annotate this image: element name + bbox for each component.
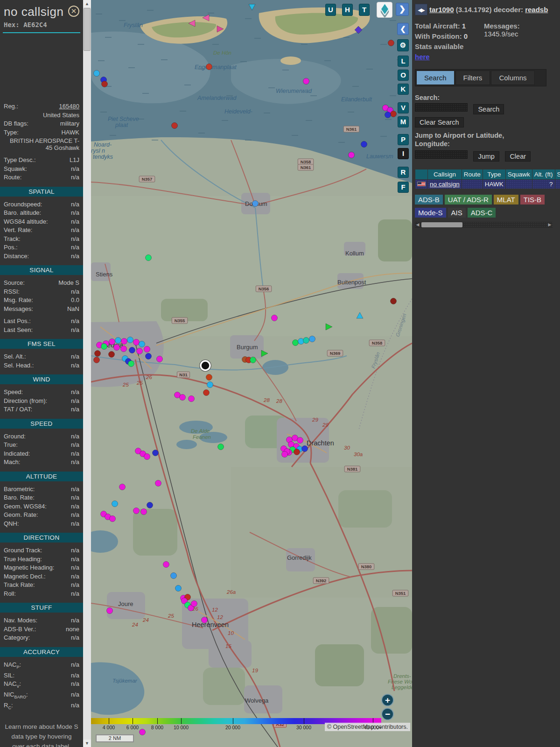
svg-text:De Hôn: De Hôn bbox=[213, 50, 231, 56]
data-row: Type Desc.:L1J bbox=[4, 156, 79, 165]
expand-right-button[interactable]: ❯ bbox=[396, 3, 409, 16]
search-button[interactable]: Search bbox=[473, 104, 504, 114]
data-row: Messages:NaN bbox=[4, 305, 79, 314]
aircraft-dot bbox=[252, 201, 259, 207]
data-value: n/a bbox=[71, 564, 79, 572]
col-header-Type[interactable]: Type bbox=[483, 169, 505, 179]
map-canvas[interactable]: GroningenFryslân FryslânEngelsmanplaatDe… bbox=[91, 0, 412, 747]
aircraft-table: CallsignRouteTypeSquawkAlt. (ft)S no cal… bbox=[415, 169, 560, 189]
svg-text:29: 29 bbox=[312, 417, 318, 423]
cell-4[interactable] bbox=[506, 180, 532, 189]
close-icon[interactable]: ✕ bbox=[68, 6, 79, 17]
jump-input[interactable] bbox=[415, 150, 468, 159]
stats-here-link[interactable]: here bbox=[415, 53, 430, 61]
data-row: Type:HAWK bbox=[4, 128, 79, 137]
filter-chip-uat-ads-r[interactable]: UAT / ADS-R bbox=[445, 195, 492, 204]
settings-gear-button[interactable]: ⚙ bbox=[397, 39, 409, 51]
clear-button[interactable]: Clear bbox=[505, 151, 531, 162]
filter-chip-ais[interactable]: AIS bbox=[448, 208, 466, 218]
clear-search-button[interactable]: Clear Search bbox=[415, 117, 464, 127]
map-button-P[interactable]: P bbox=[398, 134, 409, 145]
filter-chip-tis-b[interactable]: TIS-B bbox=[520, 195, 545, 204]
filter-chip-mode-s[interactable]: Mode-S bbox=[415, 208, 446, 218]
svg-text:N356: N356 bbox=[259, 286, 269, 291]
zoom-out-button[interactable]: − bbox=[381, 708, 394, 720]
tab-search[interactable]: Search bbox=[416, 70, 455, 85]
legend-tick bbox=[181, 718, 182, 724]
data-value: n/a bbox=[71, 502, 79, 511]
aircraft-dot bbox=[119, 484, 126, 490]
tab-columns[interactable]: Columns bbox=[491, 70, 534, 85]
col-header-Alt. (ft)[interactable]: Alt. (ft) bbox=[532, 169, 555, 179]
aircraft-dot bbox=[114, 345, 120, 351]
selected-aircraft-marker[interactable] bbox=[200, 360, 211, 371]
map-button-M[interactable]: M bbox=[398, 116, 409, 127]
aircraft-dot bbox=[107, 608, 113, 614]
data-value: n/a bbox=[71, 388, 79, 397]
sidebar-scrollbar[interactable]: ▲ ▼ bbox=[83, 0, 91, 747]
aircraft-dot bbox=[171, 573, 177, 579]
cell-2[interactable] bbox=[462, 180, 483, 189]
aircraft-dot bbox=[139, 341, 145, 347]
col-header-Squawk[interactable]: Squawk bbox=[506, 169, 532, 179]
map-button-I[interactable]: I bbox=[398, 148, 409, 159]
data-row: ADS-B Ver.:none bbox=[4, 625, 79, 634]
tab-filters[interactable]: Filters bbox=[455, 70, 490, 85]
panel-collapse-toggle[interactable]: ◀▶ bbox=[415, 4, 427, 15]
col-header-Route[interactable]: Route bbox=[462, 169, 483, 179]
scroll-down-icon[interactable]: ▼ bbox=[83, 740, 91, 747]
readsb-link[interactable]: readsb bbox=[525, 6, 548, 14]
map-button-H[interactable]: H bbox=[342, 4, 353, 16]
reg-link[interactable]: 165480 bbox=[59, 102, 79, 111]
svg-text:19: 19 bbox=[252, 668, 258, 673]
collapse-left-button[interactable]: ❮ bbox=[397, 23, 409, 35]
map-button-U[interactable]: U bbox=[325, 4, 336, 16]
data-row: Groundspeed:n/a bbox=[4, 200, 79, 209]
hscrollbar-thumb[interactable] bbox=[421, 222, 462, 227]
data-value: n/a bbox=[71, 252, 79, 261]
layers-button[interactable] bbox=[377, 2, 392, 18]
aircraft-table-row[interactable]: no callsignHAWK? bbox=[415, 180, 560, 189]
map-button-K[interactable]: K bbox=[398, 84, 409, 95]
cell-3[interactable]: HAWK bbox=[483, 180, 505, 189]
svg-text:25: 25 bbox=[122, 382, 129, 388]
table-horizontal-scrollbar[interactable]: ◀ ▶ bbox=[415, 222, 553, 228]
col-header-Callsign[interactable]: Callsign bbox=[428, 169, 462, 179]
aircraft-dot bbox=[110, 516, 116, 522]
data-row: Roll:n/a bbox=[4, 590, 79, 599]
aircraft-dot bbox=[137, 348, 143, 354]
search-input[interactable] bbox=[415, 103, 468, 112]
tar1090-link[interactable]: tar1090 bbox=[429, 6, 454, 14]
map-button-F[interactable]: F bbox=[398, 182, 409, 193]
zoom-in-button[interactable]: + bbox=[381, 694, 394, 706]
map-button-O[interactable]: O bbox=[398, 70, 409, 81]
cell-6[interactable] bbox=[555, 180, 560, 189]
us-flag-icon bbox=[417, 182, 426, 186]
callsign-cell[interactable]: no callsign bbox=[428, 180, 462, 189]
filter-chip-mlat[interactable]: MLAT bbox=[494, 195, 518, 204]
aircraft-dot bbox=[101, 344, 107, 350]
map-button-L[interactable]: L bbox=[398, 56, 409, 67]
data-value: Mode S bbox=[58, 279, 79, 288]
alt-cell[interactable]: ? bbox=[532, 180, 555, 189]
scroll-up-icon[interactable]: ▲ bbox=[83, 0, 91, 7]
map-button-V[interactable]: V bbox=[398, 102, 409, 113]
with-position-value: 0 bbox=[464, 32, 468, 40]
scrollbar-thumb[interactable] bbox=[84, 8, 91, 51]
scroll-left-icon[interactable]: ◀ bbox=[415, 222, 420, 228]
data-row: NICBARO:n/a bbox=[4, 691, 79, 701]
col-header-flag[interactable] bbox=[415, 169, 427, 179]
flag-cell[interactable] bbox=[415, 180, 427, 189]
data-value: n/a bbox=[71, 209, 79, 218]
scroll-right-icon[interactable]: ▶ bbox=[547, 222, 553, 228]
col-header-S[interactable]: S bbox=[555, 169, 560, 179]
jump-button[interactable]: Jump bbox=[473, 151, 499, 162]
filter-chip-ads-b[interactable]: ADS-B bbox=[415, 195, 443, 204]
aircraft-callsign-title: no callsign bbox=[4, 5, 63, 19]
aircraft-dot bbox=[206, 374, 212, 381]
filter-chip-ads-c[interactable]: ADS-C bbox=[468, 208, 496, 218]
data-row: Sel. Head.:n/a bbox=[4, 361, 79, 370]
map[interactable]: GroningenFryslân FryslânEngelsmanplaatDe… bbox=[91, 0, 412, 747]
map-button-R[interactable]: R bbox=[398, 167, 409, 178]
map-button-T[interactable]: T bbox=[359, 4, 370, 16]
